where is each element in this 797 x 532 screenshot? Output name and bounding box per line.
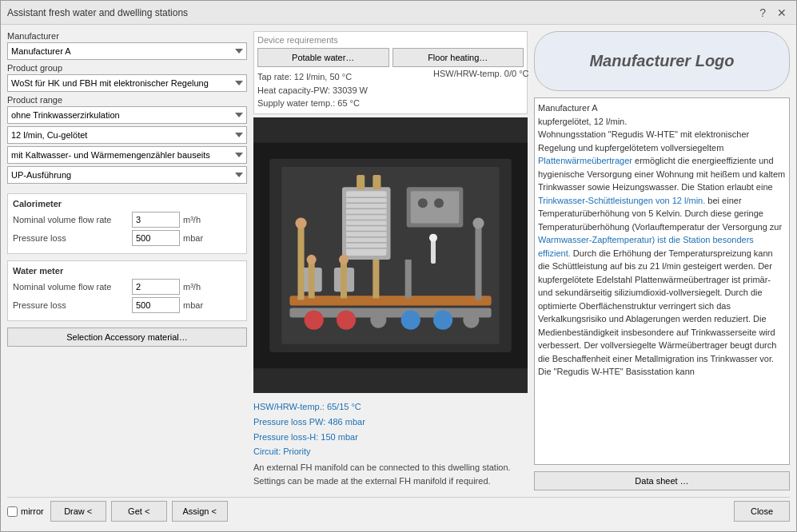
water-meter-flow-row: Nominal volume flow rate m³/h (13, 279, 241, 295)
product-group-label: Product group (7, 63, 247, 73)
close-button[interactable]: Close (734, 501, 790, 522)
data-sheet-button[interactable]: Data sheet … (534, 471, 790, 490)
title-bar: Assistant fresh water and dwelling stati… (1, 1, 796, 25)
window-body: Manufacturer Manufacturer A Product grou… (1, 25, 796, 531)
window-title: Assistant fresh water and dwelling stati… (7, 7, 188, 18)
device-req-buttons: Potable water… Floor heating… (257, 48, 524, 67)
close-button[interactable]: ✕ (774, 6, 790, 19)
manufacturer-field: Manufacturer Manufacturer A (7, 31, 247, 60)
svg-rect-41 (431, 239, 436, 263)
draw-button[interactable]: Draw < (50, 501, 106, 522)
product-range-field: Product range ohne Trinkwasserzirkulatio… (7, 95, 247, 184)
desc-intro: Manufacturer A kupfergelötet, 12 l/min. … (538, 103, 785, 376)
svg-point-27 (433, 310, 452, 329)
mirror-checkbox[interactable] (7, 506, 18, 517)
mirror-label: mirror (21, 506, 44, 516)
svg-rect-33 (373, 259, 379, 297)
product-group-field: Product group WoSt für HK und FBH mit el… (7, 63, 247, 92)
svg-point-23 (305, 310, 324, 329)
info-notice: An external FH manifold can be connected… (253, 461, 528, 487)
product-range-label: Product range (7, 95, 247, 105)
svg-rect-16 (373, 174, 381, 189)
calorimeter-flow-row: Nominal volume flow rate m³/h (13, 212, 241, 228)
svg-point-24 (337, 310, 356, 329)
manufacturer-logo-box: Manufacturer Logo (534, 31, 790, 91)
svg-rect-38 (475, 223, 481, 300)
hsw-hrw-info: HSW/HRW-temp.: 65/15 °C (253, 402, 361, 411)
accessory-button[interactable]: Selection Accessory material… (7, 328, 247, 347)
product-range-select-1[interactable]: ohne Trinkwasserzirkulation (7, 106, 247, 124)
get-button[interactable]: Get < (111, 501, 167, 522)
product-range-select-2[interactable]: 12 l/min, Cu-gelötet (7, 126, 247, 144)
svg-point-40 (472, 217, 484, 228)
top-section: Manufacturer Manufacturer A Product grou… (7, 31, 790, 490)
svg-point-36 (339, 254, 349, 264)
svg-point-26 (401, 310, 420, 329)
left-panel: Manufacturer Manufacturer A Product grou… (7, 31, 247, 490)
svg-rect-34 (405, 259, 412, 297)
product-range-select-4[interactable]: UP-Ausführung (7, 166, 247, 184)
title-bar-controls: ? ✕ (756, 6, 790, 19)
device-req-label: Device requirements (257, 35, 524, 45)
svg-point-20 (434, 198, 444, 208)
potable-water-button[interactable]: Potable water… (257, 48, 389, 67)
product-group-select[interactable]: WoSt für HK und FBH mit elektronischer R… (7, 74, 247, 92)
tap-rate-text: Tap rate: 12 l/min, 50 °C (257, 72, 352, 81)
product-range-select-3[interactable]: mit Kaltwasser- und Wärmemengenzähler ba… (7, 146, 247, 164)
supply-water-text: Supply water temp.: 65 °C (257, 98, 360, 108)
water-meter-flow-unit: m³/h (183, 282, 201, 292)
device-requirements-box: Device requirements Potable water… Floor… (253, 31, 528, 114)
description-scroll[interactable]: Manufacturer A kupfergelötet, 12 l/min. … (534, 97, 790, 465)
bottom-info-section: HSW/HRW-temp.: 65/15 °C Pressure loss PW… (253, 396, 528, 490)
svg-point-19 (418, 198, 428, 208)
water-meter-flow-label: Nominal volume flow rate (13, 282, 129, 292)
manufacturer-label: Manufacturer (7, 31, 247, 41)
manufacturer-logo-text: Manufacturer Logo (589, 52, 734, 70)
svg-rect-31 (309, 259, 315, 297)
svg-rect-37 (297, 223, 304, 300)
middle-panel: Device requirements Potable water… Floor… (253, 31, 528, 490)
svg-rect-32 (341, 259, 347, 297)
heat-capacity-text: Heat capacity-PW: 33039 W (257, 85, 368, 95)
svg-point-25 (370, 312, 386, 328)
svg-rect-15 (357, 174, 365, 189)
hsw-hrw-temp-text: HSW/HRW-temp. 0/0 °C (433, 69, 528, 78)
action-buttons: Draw < Get < Assign < (50, 501, 228, 522)
pressure-pw-info: Pressure loss PW: 486 mbar (253, 417, 365, 427)
svg-rect-18 (411, 191, 460, 223)
floor-heating-button[interactable]: Floor heating… (393, 48, 524, 67)
water-meter-pressure-unit: mbar (183, 300, 203, 310)
calorimeter-section: Calorimeter Nominal volume flow rate m³/… (7, 193, 247, 254)
bottom-left: mirror Draw < Get < Assign < (7, 501, 228, 522)
svg-point-42 (429, 233, 437, 241)
water-meter-pressure-label: Pressure loss (13, 300, 129, 310)
calorimeter-flow-label: Nominal volume flow rate (13, 215, 129, 224)
main-window: Assistant fresh water and dwelling stati… (0, 0, 797, 532)
calorimeter-pressure-label: Pressure loss (13, 233, 129, 243)
water-meter-flow-input[interactable] (132, 279, 180, 295)
calorimeter-flow-unit: m³/h (183, 215, 201, 224)
calorimeter-pressure-row: Pressure loss mbar (13, 230, 241, 246)
water-meter-pressure-row: Pressure loss mbar (13, 297, 241, 313)
calorimeter-title: Calorimeter (13, 199, 241, 208)
svg-point-39 (295, 217, 306, 228)
manufacturer-select[interactable]: Manufacturer A (7, 42, 247, 60)
bottom-bar: mirror Draw < Get < Assign < Close (7, 497, 790, 525)
product-image-svg (253, 117, 528, 394)
svg-rect-21 (289, 296, 491, 305)
svg-point-28 (463, 312, 479, 328)
right-panel: Manufacturer Logo Manufacturer A kupferg… (534, 31, 790, 490)
water-meter-section: Water meter Nominal volume flow rate m³/… (7, 260, 247, 321)
calorimeter-flow-input[interactable] (132, 212, 180, 228)
water-meter-title: Water meter (13, 266, 241, 276)
water-meter-pressure-input[interactable] (132, 297, 180, 313)
assign-button[interactable]: Assign < (172, 501, 228, 522)
svg-point-35 (307, 254, 317, 264)
calorimeter-pressure-input[interactable] (132, 230, 180, 246)
mirror-checkbox-label[interactable]: mirror (7, 506, 44, 517)
help-button[interactable]: ? (756, 6, 769, 19)
pressure-h-info: Pressure loss-H: 150 mbar (253, 432, 358, 442)
svg-rect-4 (346, 191, 386, 256)
circuit-info: Circuit: Priority (253, 447, 311, 456)
product-image-area (253, 117, 528, 394)
